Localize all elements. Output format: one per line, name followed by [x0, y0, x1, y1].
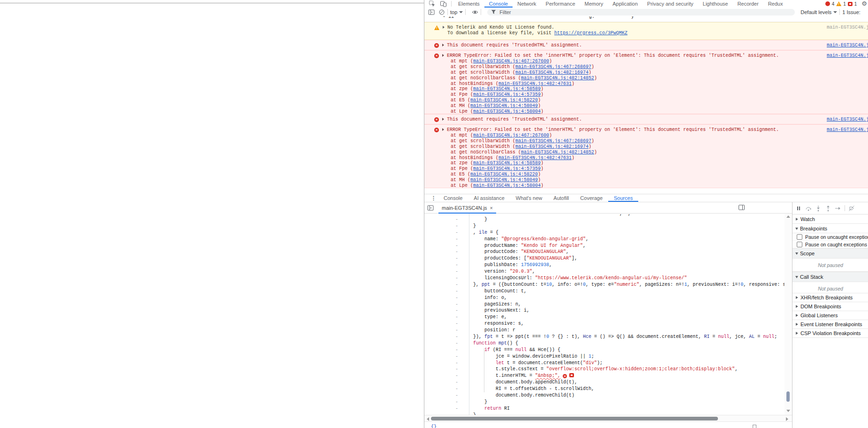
- checkbox-row-pause-on-uncaught-exceptions[interactable]: Pause on uncaught exceptions: [793, 233, 868, 241]
- stack-frame-link[interactable]: main-EGT3SC4N.js:4:58049: [470, 177, 538, 183]
- tab-elements[interactable]: Elements: [453, 0, 484, 8]
- breakpoint-gutter-mark[interactable]: -: [424, 255, 458, 262]
- drawer-tab-ai-assistance[interactable]: AI assistance: [468, 194, 510, 202]
- console-error-row[interactable]: ×This document requires 'TrustedHTML' as…: [424, 114, 868, 124]
- horizontal-scroll-thumb[interactable]: [431, 417, 718, 420]
- breakpoint-gutter-mark[interactable]: -: [424, 386, 458, 392]
- breakpoint-gutter-mark[interactable]: -: [424, 295, 458, 301]
- drawer-tab-coverage[interactable]: Coverage: [574, 194, 608, 202]
- stack-frame-link[interactable]: main-EGT3SC4N.js:4:58589: [473, 160, 541, 166]
- breakpoint-gutter-mark[interactable]: -: [424, 275, 458, 282]
- step-into-icon[interactable]: [815, 205, 822, 212]
- device-toolbar-icon[interactable]: [440, 0, 447, 7]
- debugger-sidebar-toggle-icon[interactable]: [738, 204, 745, 211]
- section-event-listener-breakpoints[interactable]: Event Listener Breakpoints: [793, 320, 868, 329]
- stack-frame-link[interactable]: main-EGT3SC4N.js:4:58049: [470, 103, 538, 108]
- drawer-tab-autofill[interactable]: Autofill: [548, 194, 574, 202]
- console-error-stack-row[interactable]: ×ERROR TypeError: Failed to set the 'inn…: [424, 50, 868, 114]
- breakpoint-gutter-mark[interactable]: -: [424, 249, 458, 255]
- step-out-icon[interactable]: [825, 205, 831, 212]
- file-tab-main-js[interactable]: main-EGT3SC4N.js ×: [438, 202, 496, 214]
- pause-icon[interactable]: [795, 205, 802, 212]
- stack-frame-link[interactable]: main-EGT3SC4N.js:4:58220: [470, 98, 538, 103]
- stack-frame-link[interactable]: main-EGT3SC4N.js:4:58004: [473, 183, 541, 188]
- section-scope[interactable]: Scope: [793, 248, 868, 259]
- tab-recorder[interactable]: Recorder: [732, 0, 763, 8]
- breakpoint-gutter-mark[interactable]: -: [424, 360, 458, 367]
- code-editor[interactable]: ", ", - }-}-, ile = {- name: "@progress/…: [424, 214, 785, 415]
- breakpoint-gutter-mark[interactable]: -: [424, 282, 458, 288]
- breakpoint-gutter-mark[interactable]: -: [424, 373, 458, 379]
- drawer-menu-kebab-icon[interactable]: ⋮: [431, 195, 436, 201]
- section-breakpoints[interactable]: Breakpoints: [793, 224, 868, 233]
- console-sidebar-toggle-icon[interactable]: [428, 9, 435, 15]
- editor-vertical-scrollbar[interactable]: [785, 214, 792, 415]
- console-error-stack-row[interactable]: ×ERROR TypeError: Failed to set the 'inn…: [424, 124, 868, 188]
- tab-network[interactable]: Network: [513, 0, 541, 8]
- expand-arrow-icon[interactable]: [442, 54, 444, 57]
- drawer-tab-console[interactable]: Console: [438, 194, 468, 202]
- section-watch[interactable]: Watch: [793, 214, 868, 224]
- live-expression-eye-icon[interactable]: [472, 9, 478, 15]
- breakpoint-gutter-mark[interactable]: -: [424, 216, 458, 223]
- source-location-link[interactable]: main-EGT3SC4N.js:: [827, 43, 868, 48]
- source-location-link[interactable]: main-EGT3SC4N.js:: [827, 117, 868, 122]
- tab-performance[interactable]: Performance: [541, 0, 580, 8]
- breakpoint-gutter-mark[interactable]: -: [424, 392, 458, 399]
- console-error-row[interactable]: ×This document requires 'TrustedHTML' as…: [424, 40, 868, 50]
- stack-frame-link[interactable]: main-EGT3SC4N.js:4:57359: [473, 92, 541, 97]
- pretty-print-button[interactable]: {}: [431, 424, 437, 428]
- expand-arrow-icon[interactable]: [443, 26, 445, 29]
- breakpoint-gutter-mark[interactable]: -: [424, 399, 458, 405]
- context-selector[interactable]: top: [450, 9, 457, 15]
- stack-frame-link[interactable]: main-EGT3SC4N.js:467:268697: [515, 64, 591, 69]
- section-csp-violation-breakpoints[interactable]: CSP Violation Breakpoints: [793, 329, 868, 338]
- stack-frame-link[interactable]: main-EGT3SC4N.js:482:14852: [521, 150, 594, 155]
- breakpoint-gutter-mark[interactable]: -: [424, 268, 458, 275]
- clear-console-icon[interactable]: [438, 9, 445, 15]
- drawer-tab-what-s-new[interactable]: What's new: [510, 194, 548, 202]
- breakpoint-gutter-mark[interactable]: -: [424, 243, 458, 249]
- breakpoint-gutter-mark[interactable]: -: [424, 366, 458, 373]
- breakpoint-gutter-mark[interactable]: -: [424, 321, 458, 327]
- license-link[interactable]: https://prgress.co/3PwQMKZ: [554, 31, 627, 36]
- breakpoint-gutter-mark[interactable]: -: [424, 262, 458, 268]
- checkbox[interactable]: [797, 234, 802, 240]
- source-location-link[interactable]: main-EGT3SC4N.js: [827, 53, 868, 59]
- section-call-stack[interactable]: Call Stack: [793, 272, 868, 282]
- tab-application[interactable]: Application: [608, 0, 642, 8]
- breakpoint-gutter-mark[interactable]: -: [424, 229, 458, 236]
- breakpoint-gutter-mark[interactable]: -: [424, 379, 458, 386]
- breakpoint-gutter-mark[interactable]: -: [424, 314, 458, 321]
- tab-memory[interactable]: Memory: [580, 0, 608, 8]
- stack-frame-link[interactable]: main-EGT3SC4N.js:4:58220: [470, 172, 538, 177]
- stack-frame-link[interactable]: main-EGT3SC4N.js:482:16974: [515, 70, 589, 75]
- section-dom-breakpoints[interactable]: DOM Breakpoints: [793, 302, 868, 311]
- drawer-tab-sources[interactable]: Sources: [608, 194, 638, 202]
- editor-horizontal-scrollbar[interactable]: [424, 415, 792, 421]
- breakpoint-gutter-mark[interactable]: -: [424, 347, 458, 353]
- stack-frame-link[interactable]: main-EGT3SC4N.js:482:16974: [515, 144, 589, 149]
- error-badge-icon[interactable]: [825, 1, 830, 6]
- filter-input[interactable]: Filter: [487, 9, 795, 15]
- section-xhr-fetch-breakpoints[interactable]: XHR/fetch Breakpoints: [793, 293, 868, 302]
- checkbox-row-pause-on-caught-exceptions[interactable]: Pause on caught exceptions: [793, 241, 868, 248]
- expand-arrow-icon[interactable]: [442, 44, 444, 46]
- stack-frame-link[interactable]: main-EGT3SC4N.js:4:58589: [473, 86, 541, 92]
- tab-redux[interactable]: Redux: [763, 0, 788, 8]
- tab-console[interactable]: Console: [484, 0, 513, 8]
- breakpoint-gutter-mark[interactable]: -: [424, 236, 458, 243]
- section-global-listeners[interactable]: Global Listeners: [793, 311, 868, 320]
- breakpoint-gutter-mark[interactable]: -: [424, 353, 458, 360]
- issues-counter[interactable]: 1 Issue:: [842, 9, 860, 15]
- stack-frame-link[interactable]: main-EGT3SC4N.js:467:267600: [473, 59, 549, 64]
- scroll-up-arrow[interactable]: [786, 215, 790, 218]
- scroll-left-arrow[interactable]: [427, 417, 429, 421]
- step-over-icon[interactable]: [805, 205, 812, 212]
- log-levels-dropdown[interactable]: Default levels: [800, 9, 837, 15]
- stack-frame-link[interactable]: main-EGT3SC4N.js:467:268697: [515, 138, 591, 144]
- scroll-right-arrow[interactable]: [786, 417, 788, 421]
- stack-frame-link[interactable]: main-EGT3SC4N.js:4:57359: [473, 166, 541, 171]
- breakpoint-gutter-mark[interactable]: -: [424, 340, 458, 347]
- navigator-toggle-icon[interactable]: [427, 205, 434, 211]
